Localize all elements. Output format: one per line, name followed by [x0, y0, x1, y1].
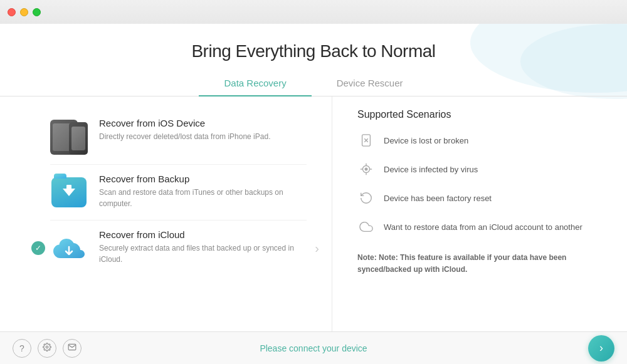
ios-item-title: Recover from iOS Device	[99, 118, 270, 128]
note-label: Note:	[357, 253, 377, 262]
svg-point-10	[365, 168, 367, 170]
settings-icon	[43, 343, 51, 353]
icloud-icon	[50, 229, 88, 267]
content-columns: Recover from iOS Device Directly recover…	[0, 96, 627, 331]
backup-item-title: Recover from Backup	[99, 174, 307, 184]
scenarios-title: Supported Scenarios	[357, 109, 602, 120]
status-text: Please connect your device	[260, 343, 367, 353]
backup-item-description: Scan and restore data from iTunes or oth…	[99, 187, 307, 209]
selected-checkmark: ✓	[31, 241, 45, 255]
tab-bar: Data Recovery Device Rescuer	[0, 73, 627, 96]
scenario-virus: Device is infected by virus	[357, 160, 602, 178]
scenario-lost-broken: Device is lost or broken	[357, 132, 602, 149]
broken-device-icon	[357, 132, 375, 149]
factory-reset-icon	[357, 189, 375, 207]
scenario-icloud-restore: Want to restore data from an iCloud acco…	[357, 218, 602, 236]
next-icon: ›	[599, 341, 603, 355]
maximize-button[interactable]	[33, 8, 41, 16]
backup-icon	[50, 174, 88, 211]
recover-from-icloud[interactable]: ✓	[50, 220, 307, 276]
status-pre: Please	[260, 343, 289, 353]
hero-title: Bring Everything Back to Normal	[0, 24, 627, 61]
mail-icon	[68, 343, 76, 353]
settings-button[interactable]	[38, 339, 56, 358]
next-button[interactable]: ›	[588, 335, 614, 361]
traffic-lights	[8, 8, 41, 16]
ios-device-icon	[50, 118, 88, 155]
tab-device-rescuer[interactable]: Device Rescuer	[312, 73, 428, 96]
item-chevron-icon: ›	[315, 241, 319, 256]
scenario-factory-reset: Device has been factory reset	[357, 189, 602, 207]
recover-from-backup[interactable]: Recover from Backup Scan and restore dat…	[50, 164, 307, 220]
help-icon: ?	[19, 343, 24, 353]
ios-item-text: Recover from iOS Device Directly recover…	[99, 118, 270, 142]
ios-item-description: Directly recover deleted/lost data from …	[99, 131, 270, 142]
svg-point-11	[46, 346, 48, 348]
close-button[interactable]	[8, 8, 16, 16]
recovery-options-panel: Recover from iOS Device Directly recover…	[0, 96, 332, 331]
main-content: Bring Everything Back to Normal Data Rec…	[0, 24, 627, 331]
scenario-factory-reset-text: Device has been factory reset	[384, 194, 492, 203]
status-highlight: connect	[289, 343, 320, 353]
recover-from-ios[interactable]: Recover from iOS Device Directly recover…	[50, 109, 307, 164]
icloud-item-text: Recover from iCloud Securely extract dat…	[99, 229, 307, 265]
virus-icon	[357, 160, 375, 178]
scenarios-panel: Supported Scenarios Device is lost or br…	[332, 96, 627, 331]
scenario-lost-broken-text: Device is lost or broken	[384, 136, 468, 145]
status-post: your device	[320, 343, 367, 353]
tab-data-recovery[interactable]: Data Recovery	[199, 73, 311, 96]
backup-item-text: Recover from Backup Scan and restore dat…	[99, 174, 307, 209]
mail-button[interactable]	[63, 339, 82, 358]
scenario-virus-text: Device is infected by virus	[384, 165, 478, 174]
help-button[interactable]: ?	[13, 339, 31, 358]
scenario-icloud-restore-text: Want to restore data from an iCloud acco…	[384, 222, 582, 232]
bottom-left-icons: ?	[13, 339, 82, 358]
note-text: Note: This feature is available if your …	[357, 253, 566, 274]
icloud-restore-icon	[357, 218, 375, 236]
icloud-item-title: Recover from iCloud	[99, 229, 307, 240]
bottom-bar: ? Please connect your device ›	[0, 331, 627, 364]
title-bar	[0, 0, 627, 24]
minimize-button[interactable]	[20, 8, 28, 16]
icloud-item-description: Securely extract data and files that bac…	[99, 242, 307, 265]
scenario-note: Note: Note: This feature is available if…	[357, 247, 602, 276]
